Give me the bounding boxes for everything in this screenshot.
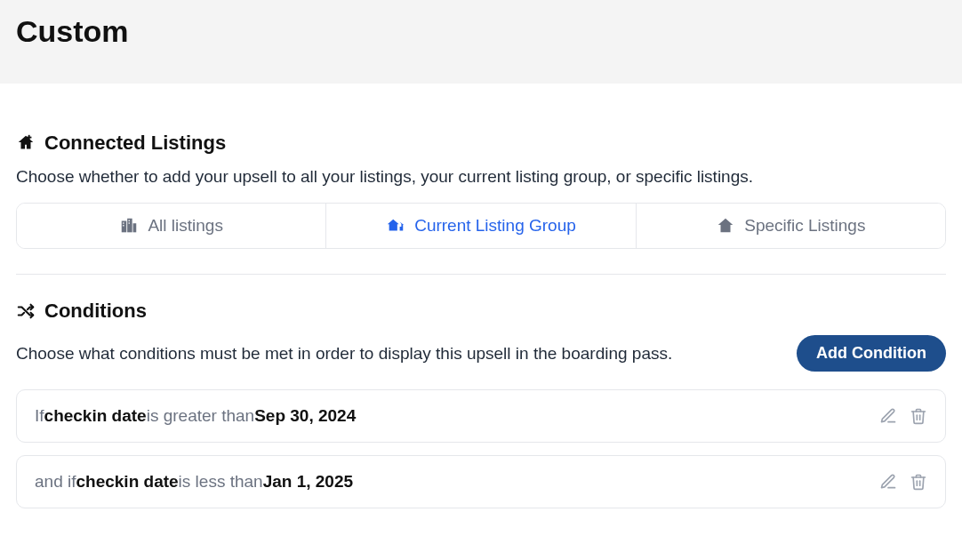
condition-field: checkin date xyxy=(44,406,147,426)
condition-field: checkin date xyxy=(76,472,178,492)
shuffle-icon xyxy=(16,301,36,321)
condition-text: If checkin date is greater than Sep 30, … xyxy=(35,406,356,426)
trash-icon[interactable] xyxy=(910,407,927,425)
connected-listings-header: Connected Listings xyxy=(16,132,946,155)
edit-icon[interactable] xyxy=(879,407,897,425)
condition-row-actions xyxy=(879,407,927,425)
house-plus-icon xyxy=(16,133,36,153)
conditions-title: Conditions xyxy=(44,300,147,323)
svg-rect-5 xyxy=(124,222,124,223)
svg-rect-3 xyxy=(128,219,133,233)
tab-specific-listings-label: Specific Listings xyxy=(744,216,865,236)
tab-all-listings-label: All listings xyxy=(148,216,222,236)
conditions-header: Conditions xyxy=(16,300,946,323)
add-condition-button[interactable]: Add Condition xyxy=(797,335,946,372)
condition-row: If checkin date is greater than Sep 30, … xyxy=(16,389,946,443)
condition-value: Sep 30, 2024 xyxy=(254,406,356,426)
condition-row-actions xyxy=(879,473,927,491)
trash-icon[interactable] xyxy=(910,473,927,491)
connected-listings-description: Choose whether to add your upsell to all… xyxy=(16,167,946,187)
house-icon xyxy=(716,216,735,236)
condition-operator: is less than xyxy=(179,472,263,492)
conditions-subheader: Choose what conditions must be met in or… xyxy=(16,335,946,372)
buildings-icon xyxy=(119,216,139,236)
condition-prefix: and if xyxy=(35,472,76,492)
edit-icon[interactable] xyxy=(879,473,897,491)
condition-row: and if checkin date is less than Jan 1, … xyxy=(16,455,946,508)
page-title: Custom xyxy=(16,7,946,49)
svg-rect-4 xyxy=(133,223,137,232)
tab-specific-listings[interactable]: Specific Listings xyxy=(637,204,945,248)
condition-text: and if checkin date is less than Jan 1, … xyxy=(35,472,353,492)
tab-current-listing-group-label: Current Listing Group xyxy=(414,216,576,236)
connected-listings-title: Connected Listings xyxy=(44,132,226,155)
page-header: Custom xyxy=(0,0,962,84)
condition-operator: is greater than xyxy=(147,406,254,426)
condition-prefix: If xyxy=(35,406,44,426)
conditions-description: Choose what conditions must be met in or… xyxy=(16,344,672,364)
svg-rect-7 xyxy=(129,220,130,221)
content-area: Connected Listings Choose whether to add… xyxy=(0,84,962,537)
tab-all-listings[interactable]: All listings xyxy=(17,204,326,248)
section-divider xyxy=(16,274,946,275)
house-group-icon xyxy=(386,216,405,236)
listing-scope-tabs: All listings Current Listing Group Speci… xyxy=(16,203,946,249)
svg-rect-1 xyxy=(27,137,31,139)
svg-rect-6 xyxy=(124,225,124,226)
condition-value: Jan 1, 2025 xyxy=(263,472,353,492)
tab-current-listing-group[interactable]: Current Listing Group xyxy=(326,204,636,248)
svg-rect-8 xyxy=(129,222,130,223)
